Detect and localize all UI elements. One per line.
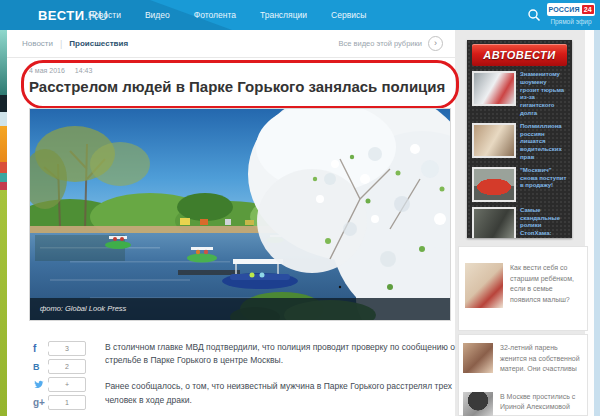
share-facebook[interactable]: f 3 [33,342,86,355]
sidebar-item-text: 32-летний парень женится на собственной … [500,343,581,375]
channel-number: 24 [582,5,594,14]
sidebar-news-box: 32-летний парень женится на собственной … [458,334,588,416]
google-plus-count: 1 [48,395,86,410]
thumbnail-children [465,263,503,308]
photo-credit: фото: Global Look Press [30,298,450,320]
article-paragraph: Ранее сообщалось, о том, что неизвестный… [105,380,455,406]
sidebar-recommend-box: Как вести себя со старшим ребёнком, если… [458,246,588,331]
article-title: Расстрелом людей в Парке Горького заняла… [29,77,449,97]
article-body: В столичном главке МВД подтвердили, что … [105,341,455,416]
sidebar-item-text: Как вести себя со старшим ребёнком, если… [510,263,581,308]
right-edge-strip [594,30,600,416]
twitter-count: + [48,377,86,392]
sidebar-item-text: В Москве простились с Ириной Алексимовой [500,392,581,416]
facebook-count: 3 [48,341,86,356]
breadcrumb-divider: | [60,39,62,49]
channel-name: РОССИЯ [548,6,579,13]
autovesti-item-licenses[interactable]: Полмиллиона россиян лишатся водительских… [472,123,567,162]
thumbnail-license [472,123,516,158]
article-column: Новости | Происшествия Все видео этой ру… [7,30,455,416]
breadcrumb: Новости | Происшествия Все видео этой ру… [7,30,455,58]
main-nav: Новости Видео Фотолента Трансляции Серви… [88,0,366,30]
article-time: 14:43 [75,67,93,74]
breadcrumb-proisshestviya[interactable]: Происшествия [69,39,128,48]
thumbnail-red-car [472,167,516,202]
strip-segment [0,112,7,126]
share-buttons: f 3 В 2 + g+ 1 [33,342,86,414]
thumbnail-couple [463,343,493,373]
strip-segment [0,126,7,162]
nav-item-fotolenta[interactable]: Фотолента [194,10,236,20]
share-google-plus[interactable]: g+ 1 [33,396,86,409]
all-videos-label: Все видео этой рубрики [339,39,423,48]
article-photo-gorky-park: фото: Global Look Press [29,108,451,321]
autovesti-item-text: Знаменитому шоумену грозит тюрьма из-за … [520,71,567,118]
strip-segment [0,190,7,416]
breadcrumb-novosti[interactable]: Новости [22,39,53,48]
search-icon[interactable] [527,8,541,22]
autovesti-banner[interactable]: АВТОВЕСТИ [472,44,567,66]
article-datetime: 4 мая 201614:43 [29,67,92,74]
autovesti-item-text: Полмиллиона россиян лишатся водительских… [520,123,567,162]
share-vkontakte[interactable]: В 2 [33,360,86,373]
channel-tagline: Прямой эфир [547,18,595,25]
rossiya-24-logo[interactable]: РОССИЯ 24 Прямой эфир [547,3,595,25]
article-paragraph: В столичном главке МВД подтвердили, что … [105,341,455,367]
autovesti-item-stopham[interactable]: Самые скандальные ролики СтопХама: послу… [472,207,567,238]
sidebar-item-farewell[interactable]: В Москве простились с Ириной Алексимовой [459,384,587,416]
strip-segment [0,95,7,112]
left-background-strip [0,30,7,416]
autovesti-widget: АВТОВЕСТИ Знаменитому шоумену грозит тюр… [467,40,572,238]
sidebar-item-wedding[interactable]: 32-летний парень женится на собственной … [459,335,587,375]
rossiya-24-badge: РОССИЯ 24 [547,3,595,16]
vesti-ru-page: ВЕСТИ.RU Новости Видео Фотолента Трансля… [0,0,600,416]
share-twitter[interactable]: + [33,378,86,391]
top-navigation-bar: ВЕСТИ.RU Новости Видео Фотолента Трансля… [0,0,600,30]
article-date: 4 мая 2016 [29,67,65,74]
thumbnail-showman [472,71,516,106]
chevron-right-circle-icon: › [428,36,443,51]
nav-item-video[interactable]: Видео [145,10,170,20]
autovesti-title: АВТОВЕСТИ [483,49,555,61]
logo-bold: ВЕСТИ [38,8,84,23]
thumbnail-stopham [472,207,516,238]
nav-item-novosti[interactable]: Новости [88,10,121,20]
autovesti-item-showman[interactable]: Знаменитому шоумену грозит тюрьма из-за … [472,71,567,118]
thumbnail-woman [463,392,493,416]
vkontakte-count: 2 [48,359,86,374]
autovesti-item-text: "Москвич" снова поступит в продажу! [520,167,567,202]
autovesti-item-moskvich[interactable]: "Москвич" снова поступит в продажу! [472,167,567,202]
nav-item-translyacii[interactable]: Трансляции [260,10,307,20]
strip-segment [0,162,7,190]
sidebar-item-family[interactable]: Как вести себя со старшим ребёнком, если… [459,247,587,308]
strip-segment [0,30,7,95]
nav-item-servisy[interactable]: Сервисы [331,10,366,20]
autovesti-item-text: Самые скандальные ролики СтопХама: послу… [520,207,567,238]
all-videos-link[interactable]: Все видео этой рубрики › [339,36,444,51]
